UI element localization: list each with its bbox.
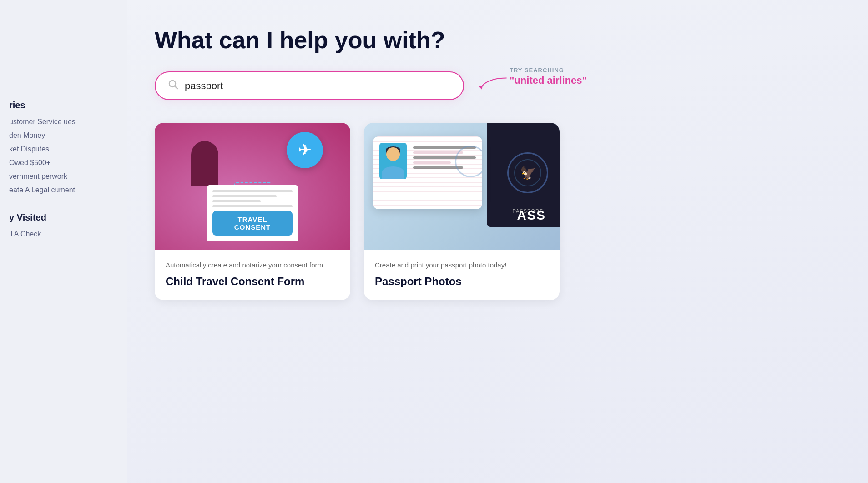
sidebar-item-owed-money[interactable]: Owed $500+ — [9, 159, 127, 167]
sidebar-recently-visited-title: y Visited — [9, 212, 127, 223]
svg-marker-2 — [479, 86, 483, 90]
main-content: What can I help you with? TRY SEARCHING … — [127, 0, 868, 483]
travel-consent-badge: TRAVEL CONSENT — [212, 211, 293, 236]
sidebar-categories-title: ries — [9, 100, 127, 111]
travel-document: TRAVEL CONSENT — [207, 185, 298, 241]
svg-line-1 — [175, 86, 178, 89]
sidebar-item-market-disputes[interactable]: ket Disputes — [9, 145, 127, 153]
page-title: What can I help you with? — [155, 27, 832, 53]
id-line-2 — [413, 151, 463, 154]
doc-line-1 — [212, 190, 293, 192]
airplane-icon: ✈ — [298, 141, 312, 160]
card-travel-consent-image: ✈ TRAVEL CONSENT — [155, 123, 350, 250]
passport-seal-inner: 🦅 — [514, 159, 541, 186]
cards-grid: ✈ TRAVEL CONSENT — [155, 123, 832, 300]
person-body — [382, 166, 404, 179]
sidebar-item-hidden-money[interactable]: den Money — [9, 131, 127, 140]
doc-line-2 — [212, 195, 277, 197]
card-travel-consent-subtitle: Automatically create and notarize your c… — [166, 260, 339, 271]
try-searching-hint: TRY SEARCHING "united airlines" — [482, 67, 587, 86]
card-passport-photos-body: Create and print your passport photo tod… — [364, 250, 560, 300]
try-searching-label: TRY SEARCHING — [510, 67, 564, 74]
card-passport-photos-title: Passport Photos — [375, 274, 549, 288]
card-travel-consent-body: Automatically create and notarize your c… — [155, 250, 350, 300]
card-passport-photos-subtitle: Create and print your passport photo tod… — [375, 260, 549, 271]
airplane-circle-icon: ✈ — [287, 132, 323, 168]
sidebar-recent-mail-check[interactable]: il A Check — [9, 230, 127, 238]
try-searching-arrow-icon — [478, 75, 510, 93]
doc-line-3 — [212, 200, 261, 202]
card-passport-photos-image: 🦅 PASSPORT — [364, 123, 560, 250]
travel-illustration: ✈ TRAVEL CONSENT — [155, 123, 350, 250]
pass-label: ASS — [517, 208, 546, 223]
search-bar[interactable] — [155, 71, 464, 100]
card-passport-photos[interactable]: 🦅 PASSPORT — [364, 123, 560, 300]
card-travel-consent[interactable]: ✈ TRAVEL CONSENT — [155, 123, 350, 300]
id-card — [373, 136, 482, 209]
card-travel-consent-title: Child Travel Consent Form — [166, 274, 339, 288]
travel-doc-lines — [212, 190, 293, 207]
search-icon — [168, 80, 178, 92]
travel-doc-paper: TRAVEL CONSENT — [207, 185, 298, 241]
search-input[interactable] — [185, 80, 450, 92]
passport-illustration: 🦅 PASSPORT — [364, 123, 560, 250]
sidebar: ries ustomer Service ues den Money ket D… — [0, 0, 127, 483]
person-head — [386, 147, 400, 161]
travel-arch-shape — [191, 141, 218, 186]
id-line-4 — [413, 161, 451, 164]
sidebar-item-government-paperwork[interactable]: vernment perwork — [9, 172, 127, 181]
id-card-photo-area — [379, 143, 407, 179]
sidebar-item-legal-document[interactable]: eate A Legal cument — [9, 186, 127, 194]
search-area: TRY SEARCHING "united airlines" — [155, 71, 832, 100]
passport-seal-ring: 🦅 — [507, 152, 548, 193]
doc-line-4 — [212, 205, 293, 207]
try-searching-value[interactable]: "united airlines" — [510, 75, 587, 86]
sidebar-item-customer-service[interactable]: ustomer Service ues — [9, 118, 127, 126]
